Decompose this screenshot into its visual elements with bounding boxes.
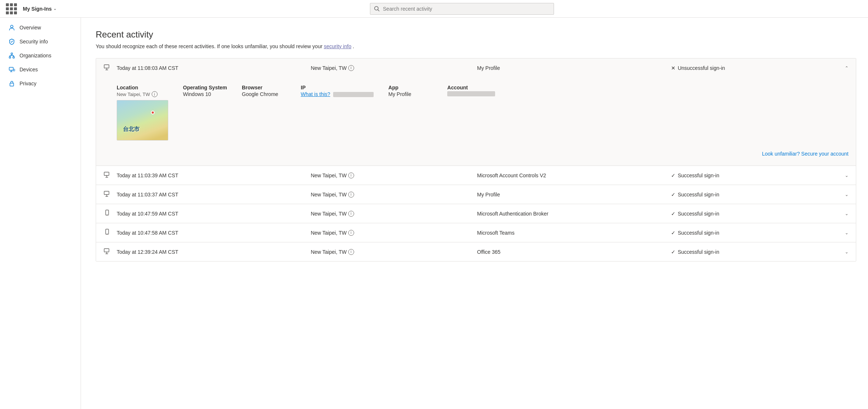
expand-button[interactable]: ⌄ <box>837 173 848 178</box>
device-icon-desktop <box>103 190 117 199</box>
activity-app: Microsoft Account Controls V2 <box>477 173 671 178</box>
layout: Overview Security info Organ <box>0 18 868 409</box>
what-is-this-link[interactable]: What is this? <box>301 91 330 97</box>
check-icon: ✓ <box>671 249 675 255</box>
org-icon <box>8 52 15 59</box>
svg-rect-16 <box>104 249 109 252</box>
expand-collapse-button[interactable]: ⌃ <box>837 65 848 71</box>
chevron-up-icon: ⌃ <box>845 65 848 71</box>
device-icon-mobile <box>103 228 117 237</box>
location-info-icon[interactable]: i <box>348 192 354 198</box>
location-info-icon[interactable]: i <box>348 65 354 71</box>
sidebar-item-privacy[interactable]: Privacy <box>0 77 81 90</box>
search-bar[interactable] <box>370 3 554 15</box>
svg-rect-10 <box>104 172 109 175</box>
secure-account-section: Look unfamiliar? Secure your account <box>117 146 848 158</box>
x-icon: ✕ <box>671 65 675 71</box>
topbar: My Sign-Ins ⌄ <box>0 0 868 18</box>
detail-account-value <box>447 91 495 96</box>
device-icon-desktop <box>103 64 117 72</box>
activity-time: Today at 11:03:39 AM CST <box>117 173 311 178</box>
app-title[interactable]: My Sign-Ins ⌄ <box>23 6 56 12</box>
activity-row-3[interactable]: Today at 10:47:58 AM CST New Taipei, TW … <box>96 223 856 242</box>
expand-button[interactable]: ⌄ <box>837 230 848 235</box>
app-title-text: My Sign-Ins <box>23 6 52 12</box>
activity-location: New Taipei, TW i <box>311 65 477 71</box>
search-icon <box>374 6 380 12</box>
sidebar-item-security-info[interactable]: Security info <box>0 35 81 49</box>
detail-account-col: Account <box>447 85 495 141</box>
device-icon-desktop <box>103 248 117 256</box>
shield-icon <box>8 38 15 45</box>
activity-location: New Taipei, TW i <box>311 249 477 255</box>
lock-icon <box>8 80 15 87</box>
activity-location: New Taipei, TW i <box>311 230 477 236</box>
map-dot <box>151 111 155 114</box>
person-icon <box>8 24 15 31</box>
activity-app: My Profile <box>477 192 671 198</box>
activity-row-expanded[interactable]: Today at 11:08:03 AM CST New Taipei, TW … <box>96 58 856 77</box>
device-icon-desktop <box>103 171 117 179</box>
svg-rect-8 <box>10 83 14 86</box>
activity-location: New Taipei, TW i <box>311 211 477 217</box>
location-info-icon[interactable]: i <box>348 230 354 236</box>
chevron-down-icon: ⌄ <box>845 211 848 216</box>
security-info-link[interactable]: security info <box>324 43 352 49</box>
detail-location-value: New Taipei, TW i <box>117 91 168 97</box>
activity-row-1[interactable]: Today at 11:03:37 AM CST New Taipei, TW … <box>96 185 856 204</box>
expanded-detail-panel: Location New Taipei, TW i 台北市 <box>96 77 856 166</box>
location-detail-info-icon[interactable]: i <box>152 91 158 97</box>
svg-point-15 <box>107 233 107 234</box>
activity-time: Today at 10:47:59 AM CST <box>117 211 311 217</box>
activity-time: Today at 11:03:37 AM CST <box>117 192 311 198</box>
svg-line-1 <box>378 10 380 11</box>
activity-location: New Taipei, TW i <box>311 173 477 178</box>
sidebar: Overview Security info Organ <box>0 18 81 409</box>
secure-account-link[interactable]: Look unfamiliar? Secure your account <box>762 151 848 157</box>
sidebar-item-label: Privacy <box>20 81 36 86</box>
activity-app: My Profile <box>477 65 671 71</box>
detail-os-col: Operating System Windows 10 <box>183 85 227 141</box>
activity-status: ✓ Successful sign-in <box>671 173 837 178</box>
main-content: Recent activity You should recognize eac… <box>81 18 868 409</box>
check-icon: ✓ <box>671 230 675 236</box>
expand-button[interactable]: ⌄ <box>837 249 848 255</box>
sidebar-item-label: Overview <box>20 25 41 31</box>
sidebar-item-overview[interactable]: Overview <box>0 21 81 35</box>
activity-location: New Taipei, TW i <box>311 192 477 198</box>
activity-app: Microsoft Authentication Broker <box>477 211 671 217</box>
map-thumbnail: 台北市 <box>117 100 168 141</box>
chevron-down-icon: ⌄ <box>845 173 848 178</box>
page-title: Recent activity <box>96 29 856 40</box>
detail-location-col: Location New Taipei, TW i 台北市 <box>117 85 168 141</box>
app-grid-icon[interactable] <box>6 3 17 14</box>
activity-time: Today at 10:47:58 AM CST <box>117 230 311 236</box>
activity-time: Today at 11:08:03 AM CST <box>117 65 311 71</box>
search-input[interactable] <box>383 6 550 12</box>
svg-rect-7 <box>13 69 15 71</box>
expand-button[interactable]: ⌄ <box>837 211 848 216</box>
check-icon: ✓ <box>671 173 675 178</box>
chevron-down-icon: ⌄ <box>845 249 848 255</box>
chevron-down-icon: ⌄ <box>845 192 848 197</box>
activity-status: ✓ Successful sign-in <box>671 211 837 217</box>
location-info-icon[interactable]: i <box>348 173 354 178</box>
detail-browser-col: Browser Google Chrome <box>242 85 286 141</box>
sidebar-item-devices[interactable]: Devices <box>0 63 81 77</box>
location-info-icon[interactable]: i <box>348 211 354 217</box>
activity-row-2[interactable]: Today at 10:47:59 AM CST New Taipei, TW … <box>96 204 856 223</box>
activity-row-4[interactable]: Today at 12:39:24 AM CST New Taipei, TW … <box>96 242 856 261</box>
location-info-icon[interactable]: i <box>348 249 354 255</box>
sidebar-item-label: Devices <box>20 67 38 72</box>
activity-status: ✓ Successful sign-in <box>671 192 837 198</box>
sidebar-item-organizations[interactable]: Organizations <box>0 49 81 63</box>
device-icon-mobile <box>103 209 117 218</box>
activity-app: Microsoft Teams <box>477 230 671 236</box>
activity-time: Today at 12:39:24 AM CST <box>117 249 311 255</box>
detail-ip-value: What is this? <box>301 91 374 97</box>
title-chevron-icon: ⌄ <box>53 7 56 11</box>
expand-button[interactable]: ⌄ <box>837 192 848 197</box>
svg-point-13 <box>107 214 107 215</box>
detail-app-col: App My Profile <box>388 85 433 141</box>
activity-row-0[interactable]: Today at 11:03:39 AM CST New Taipei, TW … <box>96 166 856 185</box>
